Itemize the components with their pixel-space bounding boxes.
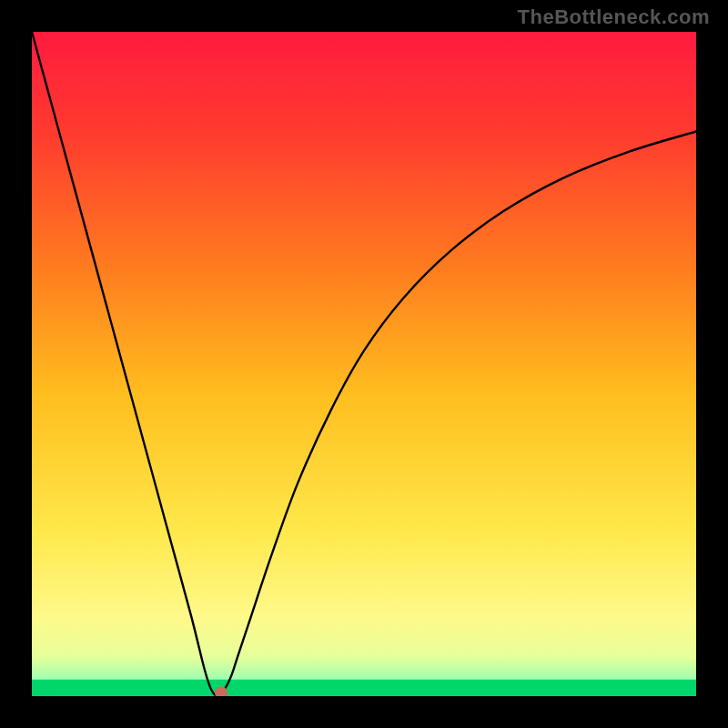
chart-frame: TheBottleneck.com [0, 0, 728, 728]
plot-area [32, 32, 696, 696]
plot-svg [32, 32, 696, 696]
gradient-background [32, 32, 696, 696]
watermark-text: TheBottleneck.com [518, 5, 710, 29]
green-band [32, 680, 696, 696]
